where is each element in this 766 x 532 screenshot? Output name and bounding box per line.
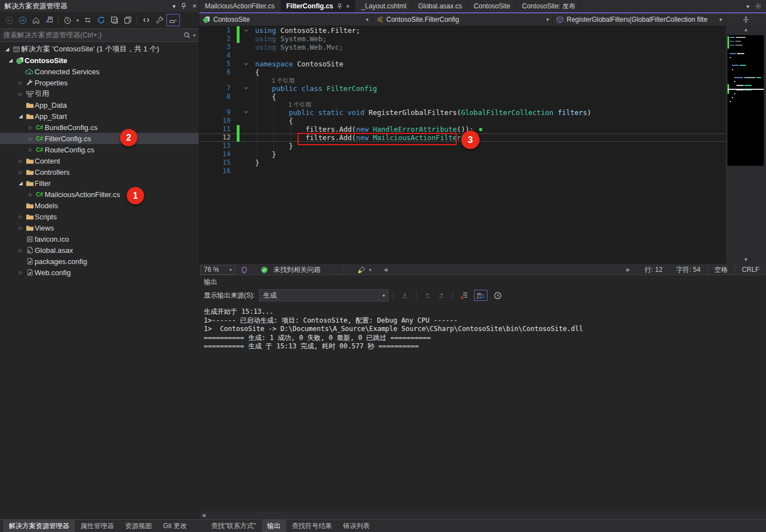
switch-views-button[interactable] (42, 14, 56, 26)
spaces-indicator[interactable]: 空格 (707, 265, 735, 275)
toolwindow-tab--[interactable]: 输出 (262, 520, 286, 532)
solution-explorer-titlebar[interactable]: 解决方案资源管理器 ▾ × (0, 0, 199, 12)
codelens-row[interactable]: 1 个引用 (199, 101, 726, 108)
fold-chevron-icon[interactable] (241, 108, 252, 117)
tree-item-Controllers[interactable]: ▷Controllers (0, 166, 199, 178)
collapse-arrow-icon[interactable]: ◢ (7, 57, 15, 63)
tree-item-App_Data[interactable]: App_Data (0, 99, 199, 111)
zoom-selector[interactable]: 76 % ▾ (200, 265, 235, 275)
code-line-4[interactable]: 4 (199, 51, 726, 60)
document-tab-MailciousActionFilter.cs[interactable]: MailciousActionFilter.cs (199, 0, 281, 12)
vertical-scrollbar[interactable]: ▲ ▼ (726, 26, 766, 264)
goto-message-icon[interactable] (398, 290, 411, 301)
toolwindow-tab--[interactable]: 错误列表 (338, 520, 376, 532)
filter-dropdown-icon[interactable]: ▾ (74, 14, 81, 26)
tree-item-packages.config[interactable]: packages.config (0, 256, 199, 267)
expand-arrow-icon[interactable]: ▷ (27, 125, 35, 130)
collapse-arrow-icon[interactable]: ◢ (17, 180, 25, 186)
expand-arrow-icon[interactable]: ▷ (27, 136, 35, 141)
code-line-5[interactable]: 5namespace ContosoSite (199, 60, 726, 68)
output-source-dropdown[interactable]: 生成 ▾ (259, 289, 389, 301)
code-line-2[interactable]: 2using System.Web; (199, 35, 726, 43)
tree-item-Content[interactable]: ▷Content (0, 155, 199, 166)
close-icon[interactable]: × (346, 3, 350, 9)
search-solution-explorer-input[interactable]: 搜索解决方案资源管理器(Ctrl+;) ▾ (0, 28, 199, 42)
expand-arrow-icon[interactable]: ▷ (27, 192, 35, 197)
split-window-button[interactable] (726, 13, 766, 26)
close-icon[interactable]: × (192, 0, 197, 12)
expand-arrow-icon[interactable]: ▷ (27, 147, 35, 152)
tree-item-Views[interactable]: ▷Views (0, 222, 199, 233)
hscroll-left-arrow[interactable]: ◀ (202, 512, 205, 518)
nav-project-dropdown[interactable]: ContosoSite ▾ (199, 13, 372, 26)
tree-item-RouteConfig.cs[interactable]: ▷C#RouteConfig.cs (0, 144, 199, 155)
chevron-down-icon[interactable]: ▾ (173, 0, 176, 12)
search-icon[interactable] (183, 31, 191, 39)
fold-chevron-icon[interactable] (241, 84, 252, 93)
pin-icon[interactable] (181, 3, 186, 9)
document-tab-Global.asax.cs[interactable]: Global.asax.cs (413, 0, 468, 12)
tree-item-Models[interactable]: Models (0, 200, 199, 211)
word-wrap-toggle-icon[interactable]: abc (474, 290, 487, 301)
properties-button[interactable] (153, 14, 166, 26)
minimap[interactable] (727, 35, 764, 166)
tab-options-icon[interactable] (755, 3, 762, 9)
code-line-10[interactable]: 10 { (199, 117, 726, 125)
tree-item-Web.config[interactable]: ▷Web.config (0, 267, 199, 278)
scroll-down-arrow[interactable]: ▼ (726, 257, 766, 262)
toolwindow-tab--[interactable]: 属性管理器 (75, 520, 119, 532)
toolwindow-tab--[interactable]: 查找"联系方式" (205, 520, 262, 532)
eol-indicator[interactable]: CRLF (735, 265, 766, 275)
toolwindow-tab--[interactable]: 解决方案资源管理器 (3, 520, 75, 532)
codelens-row[interactable]: 1 个引用 (199, 77, 726, 84)
pin-icon[interactable] (337, 3, 342, 9)
codelens-references[interactable]: 1 个引用 (272, 77, 294, 84)
output-log[interactable]: 生成开始于 15:13...1>------ 已启动生成: 项目: Contos… (204, 308, 762, 351)
document-tab-ContosoSite[interactable]: ContosoSite (468, 0, 516, 12)
refresh-button[interactable] (94, 14, 108, 26)
toolwindow-tab--[interactable]: 查找符号结果 (286, 520, 338, 532)
timestamp-toggle-icon[interactable] (491, 290, 504, 301)
code-line-1[interactable]: 1using ContosoSite.Filter; (199, 26, 726, 35)
pending-changes-filter-button[interactable] (61, 14, 74, 26)
tree-item-Filter[interactable]: ◢Filter (0, 178, 199, 189)
toolwindow-tab--[interactable]: 资源视图 (119, 520, 157, 532)
sync-with-active-document-button[interactable] (81, 14, 94, 26)
document-tab-ContosoSite-[interactable]: ContosoSite: 发布 (516, 0, 582, 12)
view-code-button[interactable] (140, 14, 153, 26)
expand-arrow-icon[interactable]: ▷ (17, 159, 25, 164)
forward-button[interactable] (16, 14, 29, 26)
output-hscrollbar[interactable]: ◀ (199, 511, 766, 519)
tree-item-FilterConfig.cs[interactable]: ▷C#FilterConfig.cs (0, 133, 199, 144)
nav-member-dropdown[interactable]: RegisterGlobalFilters(GlobalFilterCollec… (553, 13, 726, 26)
tree-item-BundleConfig.cs[interactable]: ▷C#BundleConfig.cs (0, 122, 199, 133)
fold-chevron-icon[interactable] (241, 60, 252, 68)
code-line-14[interactable]: 14 } (199, 150, 726, 159)
search-dropdown-icon[interactable]: ▾ (193, 33, 195, 38)
tree-item--ContosoSite-1-1-[interactable]: ◢解决方案 'ContosoSite' (1 个项目，共 1 个) (0, 44, 199, 55)
code-line-11[interactable]: 11 filters.Add(new HandleErrorAttribute(… (199, 125, 726, 133)
expand-arrow-icon[interactable]: ▷ (17, 214, 25, 219)
tree-item-Scripts[interactable]: ▷Scripts (0, 211, 199, 222)
tab-list-dropdown-icon[interactable]: ▾ (746, 3, 749, 9)
tree-item-Global.asax[interactable]: ▷Global.asax (0, 245, 199, 256)
toolwindow-tab-Git-[interactable]: Git 更改 (157, 520, 193, 532)
expand-arrow-icon[interactable]: ▷ (17, 92, 25, 97)
code-line-8[interactable]: 8 { (199, 93, 726, 101)
tree-item-favicon.ico[interactable]: favicon.ico (0, 233, 199, 245)
tree-item-Connected-Services[interactable]: Connected Services (0, 66, 199, 77)
collapse-arrow-icon[interactable]: ◢ (17, 113, 25, 119)
tree-item-ContosoSite[interactable]: ◢ContosoSite (0, 55, 199, 66)
next-message-icon[interactable] (434, 290, 448, 301)
preview-selected-items-button[interactable] (166, 14, 180, 26)
expand-arrow-icon[interactable]: ▷ (17, 80, 25, 85)
chevron-down-icon[interactable]: ▾ (369, 267, 371, 272)
nav-type-dropdown[interactable]: ContosoSite.FilterConfig ▾ (372, 13, 553, 26)
hscroll-left-arrow[interactable]: ◀ (384, 267, 387, 272)
document-tab-_Layout.cshtml[interactable]: _Layout.cshtml (356, 0, 413, 12)
collapse-all-button[interactable] (108, 14, 121, 26)
code-line-6[interactable]: 6{ (199, 68, 726, 76)
codelens-references[interactable]: 1 个引用 (289, 101, 311, 108)
code-line-7[interactable]: 7 public class FilterConfig (199, 84, 726, 93)
code-cleanup-icon[interactable] (355, 263, 368, 276)
